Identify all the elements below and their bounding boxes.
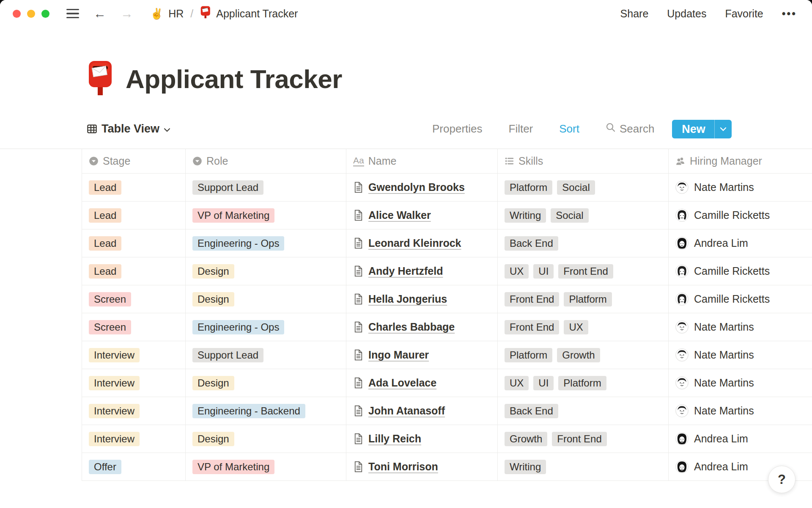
skills-cell[interactable]: Back End [498,229,669,257]
skills-cell[interactable]: WritingSocial [498,202,669,229]
role-cell[interactable]: Engineering - Backend [186,397,346,425]
stage-cell[interactable]: Interview [82,369,186,397]
role-cell[interactable]: Engineering - Ops [186,313,346,341]
filter-button[interactable]: Filter [509,122,533,135]
name-cell[interactable]: Lilly Reich [346,425,498,453]
stage-cell[interactable]: Screen [82,313,186,341]
role-cell[interactable]: Support Lead [186,341,346,369]
page-link[interactable]: Lilly Reich [353,433,421,445]
role-cell[interactable]: Design [186,257,346,285]
applicant-name-link[interactable]: Lilly Reich [368,433,421,445]
column-header-name[interactable]: Aa Name [346,149,498,173]
more-options-icon[interactable]: ••• [782,8,797,20]
role-cell[interactable]: Engineering - Ops [186,229,346,257]
name-cell[interactable]: Charles Babbage [346,313,498,341]
column-header-hiring-manager[interactable]: Hiring Manager [669,149,812,173]
stage-cell[interactable]: Offer [82,453,186,480]
skills-cell[interactable]: Front EndPlatform [498,285,669,313]
column-header-skills[interactable]: Skills [498,149,669,173]
applicant-name-link[interactable]: Leonard Kleinrock [368,237,461,249]
zoom-window-button[interactable] [41,10,49,18]
name-cell[interactable]: John Atanasoff [346,397,498,425]
search-button[interactable]: Search [606,122,654,135]
stage-cell[interactable]: Screen [82,285,186,313]
properties-button[interactable]: Properties [432,122,483,135]
hiring-manager-cell[interactable]: Camille Ricketts [669,202,812,229]
back-arrow-icon[interactable]: ← [93,7,106,20]
breadcrumb-section[interactable]: HR [168,8,184,20]
skills-cell[interactable]: UXUIPlatform [498,369,669,397]
hiring-manager-cell[interactable]: Camille Ricketts [669,257,812,285]
hiring-manager-cell[interactable]: Nate Martins [669,174,812,201]
applicant-name-link[interactable]: Ingo Maurer [368,349,429,361]
name-cell[interactable]: Ingo Maurer [346,341,498,369]
skills-cell[interactable]: Back End [498,397,669,425]
applicant-name-link[interactable]: Andy Hertzfeld [368,265,443,277]
stage-cell[interactable]: Interview [82,397,186,425]
page-link[interactable]: John Atanasoff [353,405,445,417]
name-cell[interactable]: Leonard Kleinrock [346,229,498,257]
name-cell[interactable]: Andy Hertzfeld [346,257,498,285]
role-cell[interactable]: Design [186,425,346,453]
hiring-manager-cell[interactable]: Andrea Lim [669,229,812,257]
name-cell[interactable]: Alice Walker [346,202,498,229]
new-button[interactable]: New [672,120,732,138]
skills-cell[interactable]: UXUIFront End [498,257,669,285]
page-link[interactable]: Andy Hertzfeld [353,265,443,277]
role-cell[interactable]: Design [186,285,346,313]
updates-button[interactable]: Updates [667,8,706,20]
applicant-name-link[interactable]: Charles Babbage [368,321,455,333]
applicant-name-link[interactable]: Toni Morrison [368,461,438,473]
role-cell[interactable]: Design [186,369,346,397]
applicant-name-link[interactable]: Ada Lovelace [368,377,436,389]
sort-button[interactable]: Sort [559,122,579,135]
name-cell[interactable]: Toni Morrison [346,453,498,480]
role-cell[interactable]: Support Lead [186,174,346,201]
page-link[interactable]: Hella Jongerius [353,293,447,305]
applicant-name-link[interactable]: Gwendolyn Brooks [368,181,465,193]
applicant-name-link[interactable]: Hella Jongerius [368,293,447,305]
hiring-manager-cell[interactable]: Nate Martins [669,369,812,397]
name-cell[interactable]: Ada Lovelace [346,369,498,397]
skills-cell[interactable]: PlatformSocial [498,174,669,201]
page-link[interactable]: Gwendolyn Brooks [353,181,465,193]
page-title[interactable]: Applicant Tracker [126,64,342,94]
page-link[interactable]: Toni Morrison [353,461,438,473]
name-cell[interactable]: Gwendolyn Brooks [346,174,498,201]
stage-cell[interactable]: Lead [82,229,186,257]
skills-cell[interactable]: Writing [498,453,669,480]
hiring-manager-cell[interactable]: Nate Martins [669,313,812,341]
hiring-manager-cell[interactable]: Nate Martins [669,397,812,425]
hiring-manager-cell[interactable]: Camille Ricketts [669,285,812,313]
page-link[interactable]: Charles Babbage [353,321,455,333]
page-link[interactable]: Ingo Maurer [353,349,429,361]
breadcrumb-page[interactable]: Applicant Tracker [216,8,298,20]
new-button-chevron-icon[interactable] [715,127,732,132]
help-button[interactable]: ? [768,466,796,493]
skills-cell[interactable]: GrowthFront End [498,425,669,453]
hiring-manager-cell[interactable]: Nate Martins [669,341,812,369]
role-cell[interactable]: VP of Marketing [186,453,346,480]
column-header-stage[interactable]: Stage [82,149,186,173]
stage-cell[interactable]: Lead [82,174,186,201]
applicant-name-link[interactable]: John Atanasoff [368,405,445,417]
applicant-name-link[interactable]: Alice Walker [368,209,431,221]
favorite-button[interactable]: Favorite [725,8,763,20]
name-cell[interactable]: Hella Jongerius [346,285,498,313]
page-link[interactable]: Ada Lovelace [353,377,436,389]
skills-cell[interactable]: Front EndUX [498,313,669,341]
page-link[interactable]: Alice Walker [353,209,431,221]
role-cell[interactable]: VP of Marketing [186,202,346,229]
share-button[interactable]: Share [620,8,649,20]
sidebar-toggle-icon[interactable] [66,9,79,19]
close-window-button[interactable] [13,10,21,18]
stage-cell[interactable]: Lead [82,202,186,229]
page-link[interactable]: Leonard Kleinrock [353,237,461,249]
hiring-manager-cell[interactable]: Andrea Lim [669,425,812,453]
stage-cell[interactable]: Interview [82,341,186,369]
column-header-role[interactable]: Role [186,149,346,173]
page-icon-mailbox[interactable] [87,60,114,97]
skills-cell[interactable]: PlatformGrowth [498,341,669,369]
view-switcher[interactable]: Table View [87,122,170,135]
minimize-window-button[interactable] [27,10,35,18]
